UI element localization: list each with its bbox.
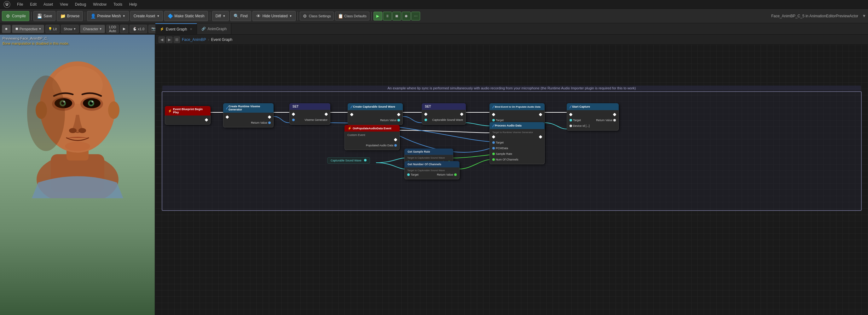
make-static-mesh-button[interactable]: 🔷 Make Static Mesh (164, 11, 208, 21)
more-options-button[interactable]: ⋯ (411, 12, 420, 21)
preview-actor-dropdown-icon[interactable]: ▼ (862, 13, 866, 18)
breadcrumb-bar: ◀ ▶ ⊞ Face_AnimBP › Event Graph (155, 35, 868, 45)
device-label: Device Id [...] (573, 124, 590, 128)
func-icon: 𝒻 (351, 105, 352, 109)
breadcrumb-fit-button[interactable]: ⊞ (174, 36, 180, 43)
node-set-viseme[interactable]: SET Viseme Generator (289, 103, 330, 125)
step-button[interactable]: ⏸ (383, 12, 392, 21)
character-wrapper (0, 35, 155, 315)
exec-in (350, 113, 353, 116)
node-csw-variable[interactable]: Capturable Sound Wave (327, 158, 370, 164)
diff-button[interactable]: Diff ▼ (212, 11, 229, 21)
toolbar-divider-2 (85, 12, 85, 21)
return-pin (613, 119, 616, 121)
exec-out (460, 112, 463, 116)
node-title: Create Runtime Viseme Generator (228, 105, 271, 111)
node-create-capturable-sound-wave[interactable]: 𝒻 Create Capturable Sound Wave Return Va… (348, 103, 403, 125)
sample-pin (492, 153, 495, 155)
node-on-populate-audio-data[interactable]: ⚡ OnPopulateAudioData Event Custom Event… (344, 125, 400, 150)
breadcrumb-back-button[interactable]: ◀ (158, 36, 165, 43)
lit-button[interactable]: 💡 Lit (45, 25, 60, 33)
tab-close-event-graph[interactable]: ✕ (190, 27, 192, 31)
node-title: OnPopulateAudioData Event (353, 127, 392, 130)
target-pin (492, 141, 495, 144)
viewport-canvas[interactable]: Previewing Face_AnimBP_C. Bone manipulat… (0, 35, 155, 315)
func-icon: 𝒻 (493, 124, 494, 128)
class-settings-button[interactable]: ⚙ Class Settings (300, 12, 334, 21)
target-label: Target (496, 119, 504, 122)
menu-asset[interactable]: Asset (40, 2, 56, 7)
node-create-runtime-vrg[interactable]: 𝒻 Create Runtime Viseme Generator Return… (223, 103, 274, 128)
show-dropdown-icon: ▼ (73, 27, 76, 31)
preview-mesh-button[interactable]: 👤 Preview Mesh ▼ (87, 11, 129, 21)
svg-point-21 (65, 142, 90, 151)
exec-out (613, 113, 616, 116)
stop-button[interactable]: ⏹ (393, 12, 401, 21)
viewport-toolbar: ⏺ 🔲 Perspective ▼ 💡 Lit Show ▼ Character… (0, 23, 155, 35)
node-process-audio-data[interactable]: 𝒻 Process Audio Data Target is Runtime V… (490, 122, 545, 164)
menu-window[interactable]: Window (90, 2, 110, 7)
node-set-capturable[interactable]: SET Capturable Sound Wave (422, 103, 466, 125)
speed-icon: 🐇 (132, 27, 137, 31)
play-anim-button[interactable]: ▶ (120, 25, 128, 33)
node-start-capture[interactable]: 𝒻 Start Capture Target Return (567, 103, 619, 131)
csw-pin (364, 159, 367, 162)
record-button[interactable]: ⏺ (402, 12, 411, 21)
node-title: Start Capture (572, 105, 590, 108)
menu-file[interactable]: File (14, 2, 26, 7)
exec-in (291, 112, 295, 116)
menu-help[interactable]: Help (126, 2, 140, 7)
menu-edit[interactable]: Edit (27, 2, 40, 7)
exec-out (539, 135, 542, 138)
blueprint-canvas[interactable]: An example where lip sync is performed s… (155, 45, 868, 315)
target-pin (407, 173, 410, 176)
create-asset-button[interactable]: Create Asset ▼ (130, 11, 163, 21)
exec-in (492, 113, 495, 116)
lod-button[interactable]: LOD Auto (106, 25, 119, 33)
node-event-begin-play[interactable]: ⚡ Event Blueprint Begin Play (165, 106, 211, 125)
browse-button[interactable]: 📁 Browse (57, 11, 83, 21)
character-button[interactable]: Character ▼ (80, 25, 105, 33)
menu-tools[interactable]: Tools (110, 2, 125, 7)
tab-event-graph[interactable]: ⚡ Event Graph ✕ (155, 23, 197, 34)
compile-button[interactable]: ⚙ Compile (2, 11, 29, 21)
toolbar-divider-5 (371, 12, 372, 21)
tab-anim-graph[interactable]: 🔗 AnimGraph (197, 23, 231, 34)
play-button[interactable]: ▶ (373, 12, 382, 21)
pin-row: Target Return Value (407, 172, 457, 177)
node-get-number-of-channels[interactable]: Get Number Of Channels Target is Captura… (404, 161, 460, 179)
node-body: Return Value (348, 110, 403, 125)
menu-debug[interactable]: Debug (72, 2, 89, 7)
pin-row-return: Return Value (350, 117, 400, 123)
svg-point-19 (69, 128, 76, 133)
set-title: SET (292, 105, 299, 108)
node-body: Return Value (223, 113, 274, 128)
create-asset-dropdown-icon: ▼ (157, 14, 159, 18)
save-button[interactable]: 💾 Save (33, 11, 56, 21)
menu-view[interactable]: View (57, 2, 71, 7)
hide-unrelated-button[interactable]: 👁 Hide Unrelated ▼ (252, 11, 296, 21)
realtime-toggle[interactable]: ⏺ (2, 25, 11, 33)
subtitle: Custom Event (347, 133, 397, 137)
browse-icon: 📁 (60, 13, 65, 19)
exec-out (539, 113, 542, 116)
class-defaults-button[interactable]: 📋 Class Defaults (335, 12, 369, 21)
make-static-mesh-icon: 🔷 (168, 13, 173, 19)
breadcrumb-forward-button[interactable]: ▶ (166, 36, 173, 43)
pin-row-exec-out (168, 117, 208, 123)
speed-button[interactable]: 🐇 x1.0 (129, 25, 147, 33)
preview-actor-label: Face_AnimBP_C_5 in AnimationEditorPrevie… (769, 14, 861, 18)
csw-label: Capturable Sound Wave (331, 159, 362, 162)
class-settings-icon: ⚙ (303, 13, 308, 19)
node-body: Capturable Sound Wave (422, 110, 466, 125)
comment-label: An example where lip sync is performed s… (162, 85, 861, 91)
return-pin (268, 121, 271, 124)
perspective-button[interactable]: 🔲 Perspective ▼ (12, 25, 44, 33)
pin-row-channels: Num Of Channels (492, 157, 542, 162)
breadcrumb-root[interactable]: Face_AnimBP (182, 37, 206, 42)
return-pin (454, 173, 457, 176)
find-button[interactable]: 🔍 Find (230, 11, 251, 21)
back-icon: ◀ (160, 37, 163, 42)
show-button[interactable]: Show ▼ (61, 25, 79, 33)
capturable-label: Capturable Sound Wave (432, 118, 463, 121)
